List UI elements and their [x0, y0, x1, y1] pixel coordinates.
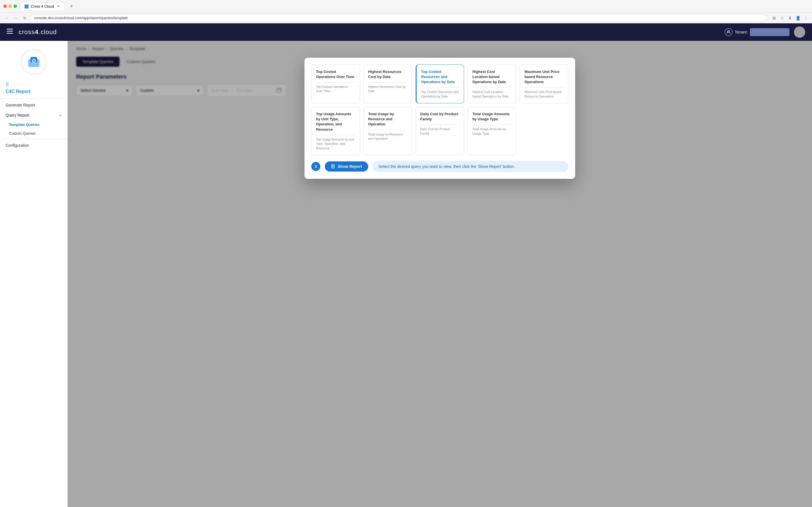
sidebar-item-configuration[interactable]: Configuration: [0, 140, 67, 151]
card-subtitle: Highest Resources Cost by Date: [368, 85, 407, 94]
tab-close-icon[interactable]: ✕: [56, 4, 60, 8]
browser-chrome: Cross 4 Cloud ✕ + ← → ↻ console.dev.cros…: [0, 0, 812, 23]
card-title: Top Usage Amounts by Unit Type, Operatio…: [316, 112, 355, 132]
url-text: console.dev.cross4cloud.com/app/report/q…: [34, 16, 128, 20]
card-subtitle: Top Costed Operations Over Time: [316, 85, 355, 94]
sidebar-title: C4C Report: [0, 88, 67, 98]
tenant-input[interactable]: [750, 28, 790, 36]
tenant-section: Tenant:: [725, 28, 790, 36]
card-highest-cost-location[interactable]: Highest Cost Location-based Operations b…: [467, 64, 516, 103]
card-total-usage-resource[interactable]: Total Usage by Resource and Operation To…: [363, 107, 412, 155]
tab-favicon-icon: [24, 4, 29, 8]
card-subtitle: Highest Cost Location-based Operations b…: [472, 90, 511, 99]
svg-rect-2: [7, 33, 13, 34]
sidebar-item-label: Generate Report: [6, 103, 35, 107]
sidebar-subitem-template-queries[interactable]: Template Queries: [0, 120, 67, 129]
template-queries-modal: Top Costed Operations Over Time Top Cost…: [305, 58, 575, 179]
card-total-usage-type[interactable]: Total Usage Amounts by Usage Type Total …: [467, 107, 516, 155]
card-title: Top Costed Resources and Operations by D…: [421, 69, 460, 85]
tab-title: Cross 4 Cloud: [31, 4, 54, 8]
modal-overlay: Top Costed Operations Over Time Top Cost…: [68, 41, 812, 507]
svg-point-3: [728, 31, 729, 32]
card-subtitle: Daily Cost by Product Family: [420, 127, 460, 136]
maximize-window-dot[interactable]: [13, 4, 17, 8]
card-daily-cost-product[interactable]: Daily Cost by Product Family Daily Cost …: [416, 107, 464, 155]
sidebar-item-query-report[interactable]: Query Report ∧: [0, 110, 67, 120]
tenant-icon: [725, 28, 732, 36]
sidebar-subitem-custom-queries[interactable]: Custom Queries: [0, 129, 67, 138]
browser-address-bar: ← → ↻ console.dev.cross4cloud.com/app/re…: [0, 13, 812, 23]
svg-point-7: [33, 60, 35, 62]
translate-icon[interactable]: ⊞: [771, 15, 777, 21]
template-cards-grid: Top Costed Operations Over Time Top Cost…: [311, 64, 568, 155]
back-button[interactable]: ←: [3, 15, 10, 21]
empty-card-slot: [520, 107, 568, 155]
card-title: Total Usage Amounts by Usage Type: [472, 112, 511, 122]
step-badge: 3: [311, 162, 320, 171]
card-subtitle: Total Usage Amounts by Usage Type: [472, 127, 511, 136]
app-body: ⟨| C4C Report Generate Report Query Repo…: [0, 41, 812, 507]
sidebar-item-label: Configuration: [6, 143, 29, 148]
menu-icon[interactable]: ⋮: [803, 15, 809, 21]
minimize-window-dot[interactable]: [8, 4, 12, 8]
card-top-costed-resources-ops[interactable]: Top Costed Resources and Operations by D…: [416, 64, 464, 103]
card-highest-resources-cost[interactable]: Highest Resources Cost by Date Highest R…: [363, 64, 412, 103]
card-max-unit-price[interactable]: Maximum Unit Price based Resource Operat…: [520, 64, 568, 103]
close-window-dot[interactable]: [3, 4, 7, 8]
sidebar-item-label: Query Report: [6, 113, 29, 117]
card-subtitle: Top Usage Amounts by Unit Type, Operatio…: [316, 137, 355, 151]
download-icon[interactable]: ⬇: [787, 15, 793, 21]
user-avatar[interactable]: [794, 26, 805, 38]
nav-right: Tenant:: [725, 26, 805, 38]
new-tab-button[interactable]: +: [68, 3, 75, 9]
browser-dots: [3, 4, 17, 8]
card-title: Daily Cost by Product Family: [420, 112, 460, 122]
sidebar-divider-2: [0, 139, 67, 139]
tenant-label: Tenant:: [735, 30, 748, 34]
browser-tab[interactable]: Cross 4 Cloud ✕: [20, 2, 64, 10]
sidebar-logo-circle: [21, 49, 47, 75]
profile-icon[interactable]: 👤: [795, 15, 801, 21]
nav-left: cross4.cloud: [7, 29, 57, 36]
sidebar-collapse-button[interactable]: ⟨|: [0, 80, 67, 88]
card-title: Highest Cost Location-based Operations b…: [472, 69, 511, 85]
modal-footer: 3 Show Report Select the desired query y…: [311, 161, 568, 172]
sidebar-logo-icon: [26, 54, 42, 70]
card-title: Top Costed Operations Over Time: [316, 69, 355, 79]
main-content: Home / Report / Queries / Template Templ…: [68, 41, 812, 507]
chevron-up-icon: ∧: [59, 113, 62, 117]
forward-button[interactable]: →: [12, 15, 19, 21]
top-nav: cross4.cloud Tenant:: [0, 23, 812, 41]
card-title: Maximum Unit Price based Resource Operat…: [524, 69, 564, 85]
svg-rect-1: [7, 31, 13, 32]
instruction-bubble: Select the desired query you want to vie…: [373, 161, 568, 172]
hamburger-button[interactable]: [7, 29, 13, 35]
svg-rect-0: [7, 29, 13, 30]
sidebar: ⟨| C4C Report Generate Report Query Repo…: [0, 41, 68, 507]
show-report-label: Show Report: [338, 164, 362, 169]
doc-icon: [331, 164, 336, 169]
app-logo: cross4.cloud: [18, 29, 57, 36]
sidebar-divider: [0, 99, 67, 99]
sidebar-logo-area: [0, 47, 67, 80]
browser-title-bar: Cross 4 Cloud ✕ +: [0, 0, 812, 13]
card-subtitle: Total Usage by Resource and Operation: [368, 132, 407, 141]
sidebar-item-generate-report[interactable]: Generate Report: [0, 100, 67, 110]
address-icons: ⊞ ☆ ⬇ 👤 ⋮: [771, 15, 809, 21]
card-title: Total Usage by Resource and Operation: [368, 112, 407, 127]
card-top-costed-ops[interactable]: Top Costed Operations Over Time Top Cost…: [311, 64, 360, 103]
card-subtitle: Maximum Unit Price based Resource Operat…: [524, 90, 564, 99]
card-top-usage-amounts[interactable]: Top Usage Amounts by Unit Type, Operatio…: [311, 107, 360, 155]
card-subtitle: Top Costed Resources and Operations by D…: [421, 90, 460, 99]
show-report-button[interactable]: Show Report: [325, 161, 368, 172]
address-bar[interactable]: console.dev.cross4cloud.com/app/report/q…: [31, 14, 767, 21]
card-title: Highest Resources Cost by Date: [368, 69, 407, 79]
bookmark-icon[interactable]: ☆: [779, 15, 785, 21]
reload-button[interactable]: ↻: [21, 15, 28, 21]
